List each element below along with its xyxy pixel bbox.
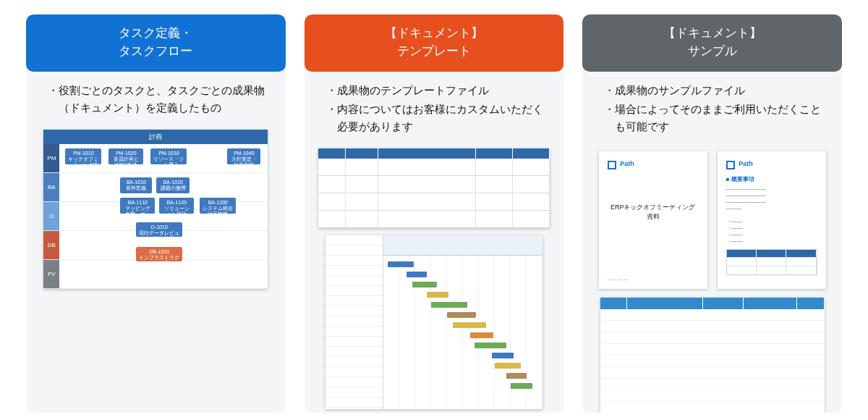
- lane-label: DB: [43, 231, 59, 260]
- sample-doc-cover: Path ERPキックオフミーティング資料 — — — —: [599, 151, 707, 289]
- flow-node: BA-1020 課題の整理: [156, 177, 190, 193]
- flow-node: DB-1010 インフラストラクチャ計画: [136, 247, 182, 261]
- flow-node: BA-1120 ソリューション設計: [159, 198, 194, 214]
- card-sample: 【ドキュメント】 サンプル 成果物のサンプルファイル 場合によってそのままご利用…: [582, 14, 842, 413]
- header-line-2: テンプレート: [397, 44, 471, 58]
- card-header: 【ドキュメント】 サンプル: [582, 14, 842, 72]
- flow-node: PM-1010 キックオフミーティング実施: [65, 148, 101, 164]
- bullet-item: 役割ごとのタスクと、タスクごとの成果物（ドキュメント）を定義したもの: [48, 82, 270, 117]
- sample-spreadsheet-thumb: [600, 298, 825, 413]
- brand-name: Path: [739, 160, 753, 167]
- flow-title-bar: 計画: [43, 130, 268, 144]
- flow-node: PM-1030 リソース・ツール導入: [150, 148, 187, 164]
- header-line-1: 【ドキュメント】: [663, 26, 762, 40]
- doc-footer: — — — —: [608, 277, 629, 282]
- doc-section-heading: ■ 概要事項: [726, 175, 817, 183]
- lane-label: BA: [43, 173, 59, 202]
- bullet-item: 内容についてはお客様にカスタムいただく必要があります: [326, 101, 548, 135]
- thumbnail-area: [305, 144, 564, 409]
- sample-doc-pair: Path ERPキックオフミーティング資料 — — — — Path ■ 概要事…: [592, 148, 832, 289]
- brand-logo-icon: [726, 161, 735, 169]
- lane-label: PM: [43, 144, 59, 173]
- card-template: 【ドキュメント】 テンプレート 成果物のテンプレートファイル 内容についてはお客…: [305, 14, 564, 413]
- flow-node: PM-1040 方針策定・計画実施: [227, 148, 260, 164]
- header-line-2: サンプル: [688, 44, 737, 58]
- template-gantt-thumb: [326, 235, 542, 409]
- header-line-2: タスクフロー: [119, 44, 192, 58]
- sample-doc-page: Path ■ 概要事項 ────────────────────────────…: [718, 151, 826, 289]
- template-spreadsheet-thumb: [318, 148, 550, 228]
- bullet-item: 成果物のテンプレートファイル: [326, 82, 548, 99]
- card-description: 成果物のサンプルファイル 場合によってそのままご利用いただくことも可能です: [582, 72, 842, 144]
- taskflow-diagram-thumb: 計画 PM BA D DB PV PM-1010 キックオフミーティング実施PM…: [43, 130, 268, 289]
- flow-node: BA-1110 マッピング作業・ギャップ分析: [120, 198, 155, 214]
- doc-mini-table: [726, 249, 817, 275]
- header-line-1: タスク定義・: [119, 26, 192, 40]
- doc-title: ERPキックオフミーティング資料: [608, 203, 699, 222]
- card-header: 【ドキュメント】 テンプレート: [305, 14, 564, 72]
- flow-node: PM-1020 要員計画とWBS作成: [109, 148, 143, 164]
- card-row: タスク定義・ タスクフロー 役割ごとのタスクと、タスクごとの成果物（ドキュメント…: [0, 0, 868, 420]
- header-line-1: 【ドキュメント】: [385, 26, 483, 40]
- brand-name: Path: [620, 160, 634, 167]
- card-description: 役割ごとのタスクと、タスクごとの成果物（ドキュメント）を定義したもの: [26, 72, 286, 125]
- flow-node: D-1010 現行データレビュー・移行計画: [136, 222, 182, 237]
- lane-label: PV: [43, 260, 59, 289]
- bullet-item: 場合によってそのままご利用いただくことも可能です: [604, 101, 826, 135]
- swimlane-labels: PM BA D DB PV: [43, 144, 59, 289]
- lane-label: D: [43, 202, 59, 231]
- brand-logo-icon: [608, 161, 616, 169]
- thumbnail-area: 計画 PM BA D DB PV PM-1010 キックオフミーティング実施PM…: [26, 125, 286, 289]
- flow-title-text: 計画: [149, 133, 162, 142]
- flow-node: BA-1200 システム統合計画策定: [200, 198, 236, 214]
- card-header: タスク定義・ タスクフロー: [26, 14, 286, 72]
- flow-canvas: PM-1010 キックオフミーティング実施PM-1020 要員計画とWBS作成P…: [59, 144, 268, 289]
- doc-body-placeholder: ────────────────────────────────────────…: [726, 186, 817, 245]
- thumbnail-area: Path ERPキックオフミーティング資料 — — — — Path ■ 概要事…: [582, 144, 842, 413]
- card-description: 成果物のテンプレートファイル 内容についてはお客様にカスタムいただく必要がありま…: [305, 72, 564, 144]
- bullet-item: 成果物のサンプルファイル: [604, 82, 826, 99]
- flow-node: BA-1010 要件定義: [120, 177, 152, 193]
- card-task-flow: タスク定義・ タスクフロー 役割ごとのタスクと、タスクごとの成果物（ドキュメント…: [26, 14, 286, 413]
